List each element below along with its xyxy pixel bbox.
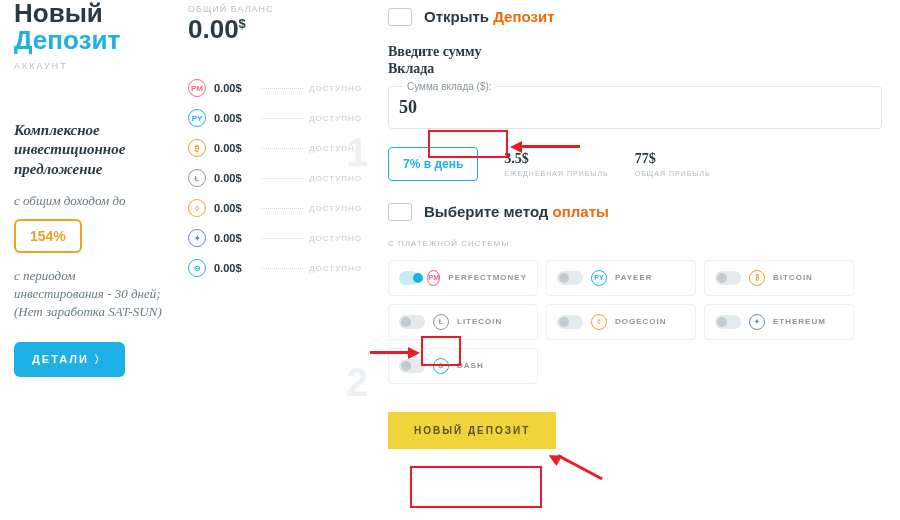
toggle-icon [715, 271, 741, 285]
currency-icon: ✦ [188, 229, 206, 247]
balance-panel: ОБЩИЙ БАЛАНС 0.00$ PM0.00$ДОСТУПНОPY0.00… [180, 0, 370, 520]
toggle-icon [399, 315, 425, 329]
open-deposit-header: Открыть Депозит [424, 8, 555, 26]
payment-method-perfectmoney[interactable]: PMPERFECTMONEY [388, 260, 538, 296]
wallet-amount: 0.00$ [214, 172, 256, 184]
step-2-icon: 2 [346, 360, 368, 405]
wallet-amount: 0.00$ [214, 82, 256, 94]
currency-icon: ◊ [188, 199, 206, 217]
rate-badge: 7% в день [388, 147, 478, 181]
wallet-icon [388, 203, 412, 221]
enter-amount-label: Введите сумму Вклада [388, 44, 518, 78]
available-label: ДОСТУПНО [309, 84, 362, 93]
offer-text: Комплексное инвестиционное предложение [14, 121, 166, 180]
payment-system-label: С ПЛАТЕЖНОЙ СИСТЕМЫ: [388, 239, 882, 248]
daily-profit: 3.5$ЕЖЕДНЕВНАЯ ПРИБЫЛЬ [504, 151, 608, 177]
currency-icon: Ł [188, 169, 206, 187]
period-note: с периодом инвестирования - 30 дней; (Не… [14, 267, 166, 322]
wallet-row: PY0.00$ДОСТУПНО [188, 105, 362, 131]
currency-icon: PM [188, 79, 206, 97]
card-icon [388, 8, 412, 26]
payment-method-litecoin[interactable]: ŁLITECOIN [388, 304, 538, 340]
payment-method-dogecoin[interactable]: ◊DOGECOIN [546, 304, 696, 340]
payment-method-ethereum[interactable]: ✦ETHEREUM [704, 304, 854, 340]
toggle-icon [557, 315, 583, 329]
step-1-icon: 1 [346, 130, 368, 175]
currency-icon: ⊝ [188, 259, 206, 277]
amount-field-wrap: Сумма вклада ($): [388, 86, 882, 129]
currency-icon: ✦ [749, 314, 765, 330]
available-label: ДОСТУПНО [309, 114, 362, 123]
currency-icon: Ł [433, 314, 449, 330]
payment-method-bitcoin[interactable]: ₿BITCOIN [704, 260, 854, 296]
wallet-amount: 0.00$ [214, 112, 256, 124]
income-label: с общим доходом до [14, 193, 166, 209]
toggle-icon [557, 271, 583, 285]
currency-icon: ₿ [188, 139, 206, 157]
wallet-amount: 0.00$ [214, 262, 256, 274]
details-button[interactable]: ДЕТАЛИ 〉 [14, 342, 125, 377]
percent-pill: 154% [14, 219, 82, 253]
total-profit: 77$ОБЩАЯ ПРИБЫЛЬ [635, 151, 711, 177]
submit-button[interactable]: НОВЫЙ ДЕПОЗИТ [388, 412, 556, 449]
currency-icon: ◊ [591, 314, 607, 330]
main-form: Открыть Депозит Введите сумму Вклада Сум… [370, 0, 900, 520]
toggle-icon [715, 315, 741, 329]
method-name: ETHEREUM [773, 317, 826, 326]
payment-method-payeer[interactable]: PYPAYEER [546, 260, 696, 296]
sidebar: Новый Депозит АККАУНТ Комплексное инвест… [0, 0, 180, 520]
wallet-amount: 0.00$ [214, 142, 256, 154]
method-name: DOGECOIN [615, 317, 667, 326]
wallet-row: ⊝0.00$ДОСТУПНО [188, 255, 362, 281]
method-name: DASH [457, 361, 484, 370]
currency-icon: ⊝ [433, 358, 449, 374]
toggle-icon [399, 271, 419, 285]
amount-input[interactable] [399, 97, 499, 118]
currency-icon: ₿ [749, 270, 765, 286]
method-name: PERFECTMONEY [448, 273, 527, 282]
page-title: Новый Депозит [14, 0, 166, 55]
method-name: PAYEER [615, 273, 653, 282]
choose-method-header: Выберите метод оплаты [424, 203, 609, 221]
currency-icon: PM [427, 270, 440, 286]
available-label: ДОСТУПНО [309, 264, 362, 273]
currency-icon: PY [591, 270, 607, 286]
wallet-amount: 0.00$ [214, 232, 256, 244]
wallet-amount: 0.00$ [214, 202, 256, 214]
available-label: ДОСТУПНО [309, 204, 362, 213]
wallet-row: ✦0.00$ДОСТУПНО [188, 225, 362, 251]
subtitle: АККАУНТ [14, 61, 166, 71]
wallet-row: ₿0.00$ДОСТУПНО [188, 135, 362, 161]
balance-value: 0.00$ [188, 14, 362, 45]
wallet-row: Ł0.00$ДОСТУПНО [188, 165, 362, 191]
amount-legend: Сумма вклада ($): [403, 81, 496, 92]
payment-method-dash[interactable]: ⊝DASH [388, 348, 538, 384]
balance-label: ОБЩИЙ БАЛАНС [188, 4, 362, 14]
available-label: ДОСТУПНО [309, 234, 362, 243]
method-name: BITCOIN [773, 273, 813, 282]
wallet-row: ◊0.00$ДОСТУПНО [188, 195, 362, 221]
currency-icon: PY [188, 109, 206, 127]
wallet-row: PM0.00$ДОСТУПНО [188, 75, 362, 101]
toggle-icon [399, 359, 425, 373]
method-name: LITECOIN [457, 317, 502, 326]
